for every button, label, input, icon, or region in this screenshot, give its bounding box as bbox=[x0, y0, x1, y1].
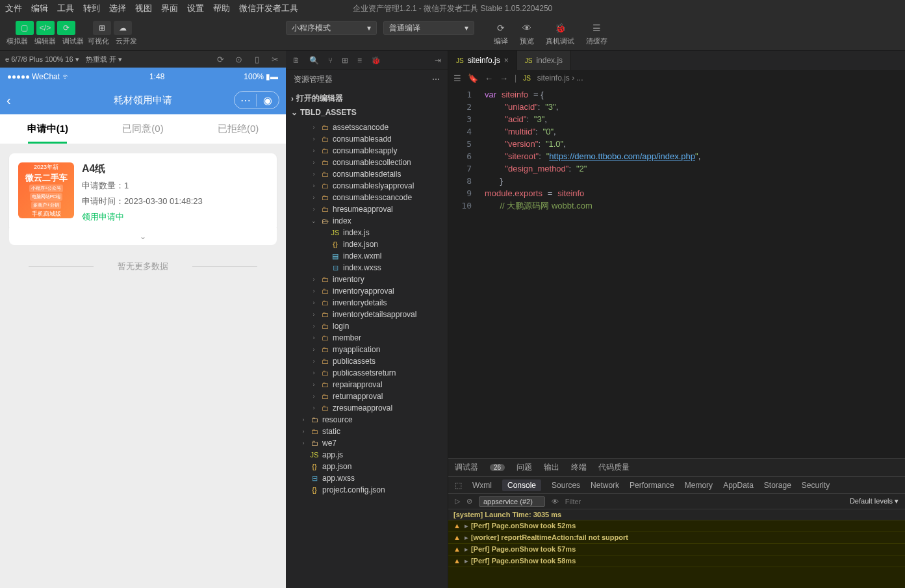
toggle-icon[interactable]: ⇥ bbox=[435, 56, 441, 65]
dt-issues-tab[interactable]: 问题 bbox=[516, 462, 532, 473]
list-icon[interactable]: ☰ bbox=[453, 73, 461, 83]
tree-item[interactable]: ›🗀consumableslyapproval bbox=[286, 180, 448, 192]
dt-memory-tab[interactable]: Memory bbox=[685, 481, 713, 490]
tree-item[interactable]: {}project.config.json bbox=[286, 484, 448, 496]
tree-item[interactable]: ⊟app.wxss bbox=[286, 472, 448, 484]
nav-fwd-icon[interactable]: → bbox=[500, 73, 508, 83]
remote-debug-icon[interactable]: 🐞 bbox=[553, 21, 567, 35]
db-icon[interactable]: ≡ bbox=[357, 56, 362, 65]
tree-item[interactable]: ›🗀consumablesadd bbox=[286, 133, 448, 145]
menu-interface[interactable]: 界面 bbox=[161, 3, 178, 14]
preview-icon[interactable]: 👁 bbox=[520, 21, 534, 35]
compile-icon[interactable]: ⟳ bbox=[494, 21, 508, 35]
tree-item[interactable]: ›🗀static bbox=[286, 426, 448, 437]
nav-back-icon[interactable]: ← bbox=[485, 73, 493, 83]
bug-icon[interactable]: 🐞 bbox=[371, 56, 381, 65]
dt-quality-tab[interactable]: 代码质量 bbox=[598, 462, 630, 473]
tree-item[interactable]: ›🗀member bbox=[286, 332, 448, 344]
tree-item[interactable]: ›🗀assetsscancode bbox=[286, 121, 448, 133]
inspector-icon[interactable]: ⬚ bbox=[455, 481, 462, 490]
rotate-icon[interactable]: ▯ bbox=[251, 55, 262, 64]
tree-item[interactable]: ›🗀inventory bbox=[286, 274, 448, 285]
back-button[interactable]: ‹ bbox=[6, 93, 11, 108]
dt-security-tab[interactable]: Security bbox=[802, 481, 830, 490]
dt-terminal-tab[interactable]: 终端 bbox=[571, 462, 587, 473]
dt-wxml-tab[interactable]: Wxml bbox=[472, 481, 492, 490]
debugger-button[interactable]: ⟳ bbox=[57, 21, 75, 35]
tree-item[interactable]: ›🗀inventoryapproval bbox=[286, 285, 448, 297]
tree-item[interactable]: ›🗀repairapproval bbox=[286, 379, 448, 390]
tree-item[interactable]: {}index.json bbox=[286, 238, 448, 250]
editor-button[interactable]: </> bbox=[36, 21, 55, 35]
tree-item[interactable]: ›🗀publicassets bbox=[286, 355, 448, 367]
tree-item[interactable]: ⊟index.wxss bbox=[286, 262, 448, 274]
tree-item[interactable]: ›🗀zresumeapproval bbox=[286, 402, 448, 414]
search-icon[interactable]: 🔍 bbox=[309, 56, 319, 65]
git-icon[interactable]: ⑂ bbox=[328, 56, 333, 65]
refresh-icon[interactable]: ⟳ bbox=[214, 55, 226, 64]
menu-help[interactable]: 帮助 bbox=[213, 3, 230, 14]
dt-appdata-tab[interactable]: AppData bbox=[723, 481, 754, 490]
code-content[interactable]: var siteinfo = { "uniacid": "3", "acid":… bbox=[478, 86, 905, 458]
tab-applying[interactable]: 申请中(1) bbox=[0, 114, 96, 144]
capsule-button[interactable]: ⋯◉ bbox=[234, 91, 279, 109]
tree-item[interactable]: ›🗀consumablesscancode bbox=[286, 192, 448, 203]
dt-console-tab[interactable]: Console bbox=[502, 479, 541, 491]
tree-item[interactable]: ▤index.wxml bbox=[286, 250, 448, 262]
levels-dropdown[interactable]: Default levels ▾ bbox=[850, 497, 899, 505]
tree-item[interactable]: ›🗀inventorydetailsapproval bbox=[286, 309, 448, 320]
cloud-button[interactable]: ☁ bbox=[114, 21, 132, 35]
bookmark-icon[interactable]: 🔖 bbox=[468, 73, 478, 83]
menu-edit[interactable]: 编辑 bbox=[31, 3, 48, 14]
request-card[interactable]: 2023年新 微云二手车 小程序+公众号 电脑网站PC端 多商户+分销 手机商城… bbox=[9, 153, 277, 232]
home-icon[interactable]: ⊙ bbox=[233, 55, 244, 64]
visual-button[interactable]: ⊞ bbox=[93, 21, 111, 35]
explorer-more-icon[interactable]: ⋯ bbox=[432, 75, 440, 84]
dt-storage-tab[interactable]: Storage bbox=[764, 481, 791, 490]
dt-sources-tab[interactable]: Sources bbox=[552, 481, 580, 490]
compile-dropdown[interactable]: 普通编译▾ bbox=[383, 21, 474, 35]
tab-rejected[interactable]: 已拒绝(0) bbox=[190, 114, 286, 144]
dt-debugger-tab[interactable]: 调试器 bbox=[455, 462, 478, 473]
tree-item[interactable]: ›🗀hresumeapproval bbox=[286, 203, 448, 215]
tree-item[interactable]: ›🗀consumablescollection bbox=[286, 157, 448, 168]
menu-goto[interactable]: 转到 bbox=[83, 3, 100, 14]
breadcrumb[interactable]: siteinfo.js › ... bbox=[537, 73, 583, 83]
editor-tab-index[interactable]: JSindex.js bbox=[517, 51, 571, 70]
stop-icon[interactable]: ▷ bbox=[455, 497, 460, 505]
mode-dropdown[interactable]: 小程序模式▾ bbox=[286, 21, 377, 35]
cut-icon[interactable]: ✂ bbox=[269, 55, 281, 64]
tree-item[interactable]: ›🗀returnapproval bbox=[286, 390, 448, 402]
hot-reload-toggle[interactable]: 热重载 开 ▾ bbox=[86, 55, 122, 64]
tree-item[interactable]: ›🗀consumablesdetails bbox=[286, 168, 448, 180]
clear-cache-icon[interactable]: ☰ bbox=[590, 21, 604, 35]
tree-item[interactable]: ⌄🗁index bbox=[286, 215, 448, 227]
tree-item[interactable]: ›🗀myapplication bbox=[286, 344, 448, 355]
menu-file[interactable]: 文件 bbox=[5, 3, 22, 14]
files-icon[interactable]: 🗎 bbox=[292, 56, 300, 65]
menu-tool[interactable]: 工具 bbox=[57, 3, 74, 14]
close-icon[interactable]: × bbox=[504, 56, 509, 65]
device-selector[interactable]: e 6/7/8 Plus 100% 16 ▾ bbox=[5, 55, 79, 64]
scope-dropdown[interactable]: appservice (#2) bbox=[479, 496, 545, 507]
capsule-close-icon[interactable]: ◉ bbox=[257, 94, 279, 107]
tree-item[interactable]: JSapp.js bbox=[286, 449, 448, 461]
dt-network-tab[interactable]: Network bbox=[591, 481, 619, 490]
menu-wechat-devtools[interactable]: 微信开发者工具 bbox=[239, 3, 298, 14]
project-header[interactable]: ⌄TBLD_ASSETS bbox=[286, 106, 448, 119]
open-editors-header[interactable]: ›打开的编辑器 bbox=[286, 91, 448, 106]
tree-item[interactable]: ›🗀resource bbox=[286, 414, 448, 426]
menu-settings[interactable]: 设置 bbox=[187, 3, 204, 14]
tree-item[interactable]: ›🗀we7 bbox=[286, 437, 448, 449]
clear-icon[interactable]: ⊘ bbox=[466, 497, 472, 505]
menu-select[interactable]: 选择 bbox=[109, 3, 126, 14]
dt-performance-tab[interactable]: Performance bbox=[630, 481, 674, 490]
simulator-button[interactable]: ▢ bbox=[16, 21, 34, 35]
tree-item[interactable]: ›🗀inventorydetails bbox=[286, 297, 448, 309]
menu-view[interactable]: 视图 bbox=[135, 3, 152, 14]
tree-item[interactable]: {}app.json bbox=[286, 461, 448, 472]
tab-approved[interactable]: 已同意(0) bbox=[96, 114, 191, 144]
eye-icon[interactable]: 👁 bbox=[552, 498, 559, 505]
filter-input[interactable] bbox=[565, 498, 843, 505]
card-expand-toggle[interactable]: ⌄ bbox=[9, 228, 277, 245]
